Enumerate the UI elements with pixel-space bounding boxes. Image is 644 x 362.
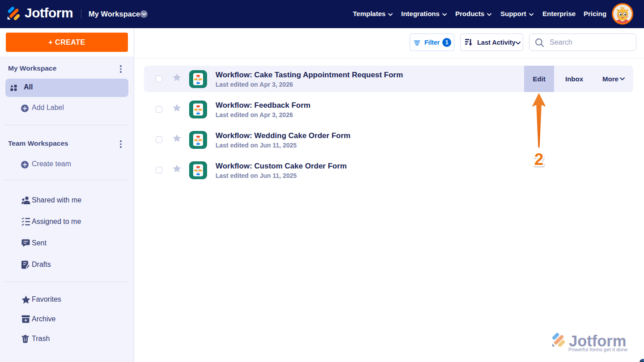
svg-text:Powerful forms get it done: Powerful forms get it done [568,347,627,352]
svg-text:2: 2 [534,150,544,168]
